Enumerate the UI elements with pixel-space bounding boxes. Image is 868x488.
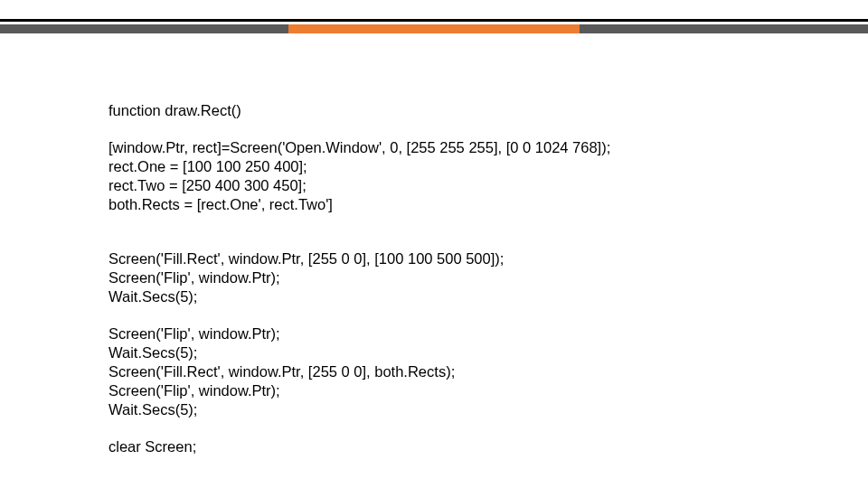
- code-line: Screen('Fill.Rect', window.Ptr, [255 0 0…: [108, 362, 769, 381]
- code-line: Screen('Flip', window.Ptr);: [108, 268, 769, 287]
- code-line: Screen('Flip', window.Ptr);: [108, 324, 769, 343]
- code-line: Wait.Secs(5);: [108, 343, 769, 362]
- accent-segment-gray-right: [580, 24, 868, 33]
- code-content: function draw.Rect() [window.Ptr, rect]=…: [108, 101, 769, 475]
- code-line: rect.Two = [250 400 300 450];: [108, 176, 769, 195]
- accent-bar: [0, 24, 868, 33]
- code-line: Wait.Secs(5);: [108, 287, 769, 306]
- code-line: rect.One = [100 100 250 400];: [108, 157, 769, 176]
- code-para-3: Screen('Fill.Rect', window.Ptr, [255 0 0…: [108, 249, 769, 306]
- code-line: Wait.Secs(5);: [108, 400, 769, 419]
- top-rule: [0, 19, 868, 22]
- code-line: Screen('Flip', window.Ptr);: [108, 381, 769, 400]
- code-line: function draw.Rect(): [108, 101, 769, 120]
- code-para-1: function draw.Rect(): [108, 101, 769, 120]
- accent-segment-gray-left: [0, 24, 288, 33]
- code-line: both.Rects = [rect.One', rect.Two']: [108, 195, 769, 214]
- code-line: Screen('Fill.Rect', window.Ptr, [255 0 0…: [108, 249, 769, 268]
- code-para-5: clear Screen;: [108, 437, 769, 456]
- accent-segment-orange: [288, 24, 580, 33]
- code-line: [window.Ptr, rect]=Screen('Open.Window',…: [108, 138, 769, 157]
- code-para-4: Screen('Flip', window.Ptr); Wait.Secs(5)…: [108, 324, 769, 420]
- code-line: clear Screen;: [108, 437, 769, 456]
- code-para-2: [window.Ptr, rect]=Screen('Open.Window',…: [108, 138, 769, 214]
